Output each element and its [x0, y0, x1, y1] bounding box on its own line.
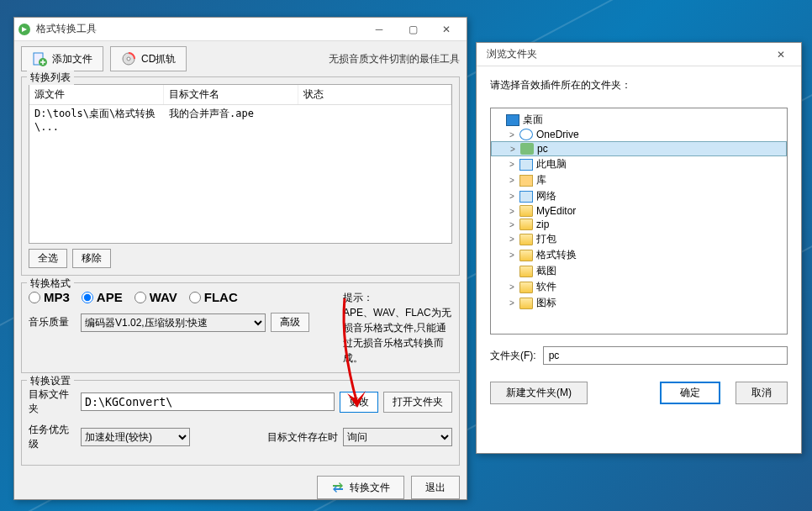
pc-icon [519, 159, 533, 171]
net-icon [519, 191, 533, 203]
add-file-button[interactable]: 添加文件 [21, 46, 103, 71]
browse-close-button[interactable]: ✕ [764, 43, 798, 66]
tree-item-桌面[interactable]: 桌面 [491, 112, 787, 128]
priority-select[interactable]: 加速处理(较快) [81, 428, 190, 446]
folder-icon [519, 266, 533, 277]
browse-titlebar: 浏览文件夹 ✕ [477, 43, 801, 66]
table-row[interactable]: D:\tools\桌面\格式转换\...我的合并声音.ape [29, 105, 451, 134]
lib-icon [519, 175, 533, 187]
folder-tree[interactable]: 桌面>OneDrive>pc>此电脑>库>网络>MyEditor>zip>打包>… [490, 108, 788, 335]
tree-item-图标[interactable]: >图标 [491, 295, 787, 311]
exists-select[interactable]: 询问 [343, 428, 452, 446]
select-all-button[interactable]: 全选 [29, 249, 67, 268]
folder-field-input[interactable] [543, 346, 788, 365]
remove-button[interactable]: 移除 [72, 249, 111, 268]
browse-title: 浏览文件夹 [480, 47, 764, 61]
add-file-icon [32, 51, 47, 66]
folder-icon [519, 205, 533, 217]
main-window: 格式转换工具 ─ ▢ ✕ 添加文件 CD抓轨 无损音质文件切割的最佳工具 转换列… [13, 17, 467, 500]
priority-label: 任务优先级 [29, 423, 76, 451]
settings-group: 转换设置 目标文件夹 更改 打开文件夹 任务优先级 加速处理(较快) 目标文件存… [21, 380, 460, 466]
chevron-right-icon[interactable]: > [508, 250, 516, 260]
tree-item-pc[interactable]: >pc [491, 141, 787, 156]
format-radio-ape[interactable]: APE [82, 290, 123, 304]
new-folder-button[interactable]: 新建文件夹(M) [490, 382, 588, 404]
cancel-button[interactable]: 取消 [736, 382, 788, 404]
convert-list-group: 转换列表 源文件 目标文件名 状态 D:\tools\桌面\格式转换\...我的… [21, 76, 460, 276]
hint-box: 提示： APE、WAV、FLAC为无损音乐格式文件,只能通过无损音乐格式转换而成… [343, 290, 452, 366]
quality-label: 音乐质量 [29, 315, 76, 329]
change-button[interactable]: 更改 [340, 392, 378, 413]
chevron-right-icon[interactable]: > [508, 130, 516, 140]
tree-item-onedrive[interactable]: >OneDrive [491, 128, 787, 141]
chevron-right-icon[interactable]: > [508, 234, 516, 244]
folder-icon [519, 282, 533, 293]
advanced-button[interactable]: 高级 [271, 313, 309, 332]
format-group: 转换格式 MP3APEWAVFLAC 音乐质量 编码器V1.02,压缩级别:快速… [21, 282, 460, 373]
quality-select[interactable]: 编码器V1.02,压缩级别:快速 [81, 313, 266, 332]
folder-icon [519, 298, 533, 309]
titlebar: 格式转换工具 ─ ▢ ✕ [14, 18, 467, 41]
tree-item-软件[interactable]: >软件 [491, 279, 787, 295]
tree-item-此电脑[interactable]: >此电脑 [491, 156, 787, 172]
format-radio-wav[interactable]: WAV [134, 290, 177, 304]
chevron-right-icon[interactable]: > [508, 207, 516, 216]
col-target[interactable]: 目标文件名 [164, 85, 298, 104]
table-header: 源文件 目标文件名 状态 [29, 85, 451, 105]
tree-item-zip[interactable]: >zip [491, 218, 787, 231]
folder-icon [519, 219, 533, 230]
cd-icon [121, 51, 136, 66]
browse-prompt: 请选择音效插件所在的文件夹： [490, 78, 788, 92]
tree-item-库[interactable]: >库 [491, 172, 787, 188]
chevron-right-icon[interactable]: > [508, 160, 516, 169]
slogan-text: 无损音质文件切割的最佳工具 [329, 52, 460, 66]
folder-icon [519, 250, 533, 261]
tree-item-网络[interactable]: >网络 [491, 188, 787, 204]
minimize-button[interactable]: ─ [362, 18, 396, 41]
chevron-right-icon[interactable]: > [509, 145, 517, 154]
user-icon [520, 143, 534, 155]
tree-item-截图[interactable]: 截图 [491, 263, 787, 279]
file-table[interactable]: 源文件 目标文件名 状态 D:\tools\桌面\格式转换\...我的合并声音.… [29, 84, 452, 244]
col-status[interactable]: 状态 [298, 85, 451, 104]
browse-dialog: 浏览文件夹 ✕ 请选择音效插件所在的文件夹： 桌面>OneDrive>pc>此电… [476, 42, 802, 454]
cloud-icon [519, 129, 533, 140]
open-folder-button[interactable]: 打开文件夹 [383, 392, 452, 413]
tree-item-打包[interactable]: >打包 [491, 231, 787, 247]
col-source[interactable]: 源文件 [29, 85, 164, 104]
exists-label: 目标文件存在时 [267, 430, 338, 445]
chevron-right-icon[interactable]: > [508, 220, 516, 229]
tree-item-myeditor[interactable]: >MyEditor [491, 204, 787, 218]
chevron-right-icon[interactable]: > [508, 298, 516, 308]
format-radio-mp3[interactable]: MP3 [29, 290, 70, 304]
convert-button[interactable]: 转换文件 [317, 476, 404, 499]
chevron-right-icon[interactable]: > [508, 176, 516, 185]
convert-icon [331, 481, 345, 494]
cd-rip-button[interactable]: CD抓轨 [110, 46, 187, 71]
target-folder-label: 目标文件夹 [29, 387, 76, 416]
app-icon [18, 23, 31, 36]
desktop-icon [506, 114, 519, 126]
ok-button[interactable]: 确定 [660, 382, 720, 404]
chevron-right-icon[interactable]: > [508, 192, 516, 201]
close-button[interactable]: ✕ [430, 18, 463, 41]
chevron-right-icon[interactable]: > [508, 282, 516, 292]
window-title: 格式转换工具 [36, 22, 362, 36]
folder-icon [519, 234, 533, 245]
tree-item-格式转换[interactable]: >格式转换 [491, 247, 787, 263]
svg-point-4 [127, 57, 130, 61]
exit-button[interactable]: 退出 [411, 476, 460, 499]
folder-field-label: 文件夹(F): [490, 349, 536, 363]
format-radio-flac[interactable]: FLAC [189, 290, 238, 304]
target-folder-input[interactable] [81, 392, 335, 411]
maximize-button[interactable]: ▢ [396, 18, 430, 41]
